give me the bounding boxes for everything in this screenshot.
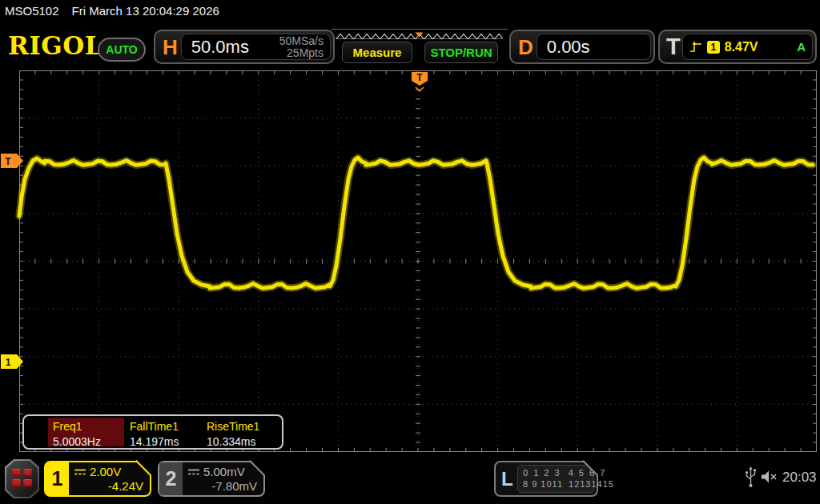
trigger-sweep-mode: A: [797, 40, 806, 54]
trigger-panel: 1 8.47V A: [682, 34, 813, 60]
speaker-muted-icon: [761, 470, 779, 484]
delay-value: 0.00s: [537, 37, 590, 58]
usb-icon: [744, 466, 758, 488]
horizontal-settings-block[interactable]: H 50.0ms 50MSa/s 25Mpts: [154, 30, 335, 64]
channel-1-block[interactable]: 1 2.00V -4.24V: [44, 461, 151, 497]
rising-edge-icon: [689, 41, 702, 54]
rigol-logo: RIGOL: [8, 31, 102, 60]
delay-label: D: [518, 37, 533, 58]
trigger-block[interactable]: T 1 8.47V A: [658, 30, 817, 64]
measurement-results-box[interactable]: Freq1 5.0003Hz FallTime1 14.197ms RiseTi…: [22, 414, 283, 450]
channel-2-block[interactable]: 2 5.00mV -7.80mV: [158, 461, 265, 497]
acquisition-mode-badge: AUTO: [98, 38, 146, 62]
grid-menu-icon: [12, 469, 32, 487]
trigger-source-badge: 1: [707, 41, 720, 54]
delay-block[interactable]: D 0.00s: [509, 30, 655, 64]
channel-1-offset: -4.24V: [74, 479, 143, 493]
sample-rate: 50MSa/s 25Mpts: [279, 35, 330, 59]
measure-button[interactable]: Measure: [342, 42, 412, 63]
horizontal-label: H: [163, 37, 178, 58]
trigger-label: T: [666, 35, 681, 58]
logic-channels-panel: 0 1 2 34 5 6 7 8 9 101112131415: [517, 465, 594, 493]
trigger-level-value: 8.47V: [725, 40, 758, 54]
channel-2-offset: -7.80mV: [187, 479, 257, 493]
logic-analyzer-block[interactable]: L 0 1 2 34 5 6 7 8 9 101112131415: [494, 461, 598, 497]
titlebar: MSO5102Fri March 13 20:04:29 2026: [5, 4, 219, 18]
svg-text:T: T: [416, 72, 423, 83]
model-name: MSO5102: [5, 4, 59, 18]
channel-2-number: 2: [159, 462, 183, 495]
channel-1-settings: 2.00V -4.24V: [69, 462, 150, 495]
svg-text:T: T: [5, 156, 11, 167]
channel-1-number: 1: [46, 462, 69, 495]
waveform-preview-strip[interactable]: [331, 29, 508, 39]
oscilloscope-screen: MSO5102Fri March 13 20:04:29 2026 RIGOL …: [0, 0, 820, 504]
dc-coupling-icon: [187, 468, 200, 476]
svg-text:1: 1: [6, 357, 11, 368]
channel-2-settings: 5.00mV -7.80mV: [183, 462, 263, 495]
channel-1-scale: 2.00V: [90, 465, 121, 478]
measurement-freq1[interactable]: Freq1 5.0003Hz: [53, 420, 127, 448]
datetime: Fri March 13 20:04:29 2026: [72, 4, 219, 18]
channel-2-scale: 5.00mV: [203, 465, 245, 478]
dc-coupling-icon: [74, 468, 86, 476]
horizontal-panel: 50.0ms 50MSa/s 25Mpts: [181, 34, 331, 60]
measurement-falltime1[interactable]: FallTime1 14.197ms: [130, 420, 203, 448]
delay-panel: 0.00s: [537, 34, 651, 60]
menu-button[interactable]: [5, 459, 39, 498]
stop-run-button[interactable]: STOP/RUN: [424, 42, 498, 63]
measurement-risetime1[interactable]: RiseTime1 10.334ms: [207, 420, 280, 448]
logic-label: L: [501, 468, 513, 490]
timebase-value: 50.0ms: [182, 37, 249, 58]
system-clock: 20:03: [782, 470, 817, 486]
